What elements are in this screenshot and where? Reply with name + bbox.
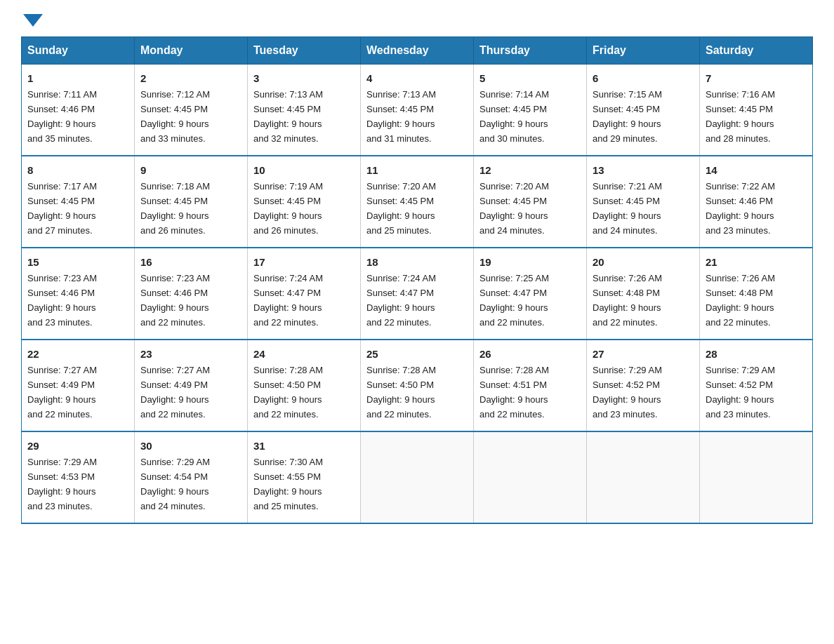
header-friday: Friday xyxy=(587,37,700,65)
day-number: 11 xyxy=(366,162,468,178)
day-info: Sunrise: 7:16 AMSunset: 4:45 PMDaylight:… xyxy=(706,89,775,144)
calendar-cell xyxy=(474,431,587,523)
day-number: 30 xyxy=(140,438,241,454)
calendar-cell: 28Sunrise: 7:29 AMSunset: 4:52 PMDayligh… xyxy=(700,340,813,431)
day-number: 2 xyxy=(140,70,241,86)
day-info: Sunrise: 7:29 AMSunset: 4:52 PMDaylight:… xyxy=(706,365,775,420)
day-number: 10 xyxy=(253,162,355,178)
day-number: 17 xyxy=(253,254,355,270)
calendar-cell: 11Sunrise: 7:20 AMSunset: 4:45 PMDayligh… xyxy=(361,156,474,248)
calendar-cell: 18Sunrise: 7:24 AMSunset: 4:47 PMDayligh… xyxy=(361,248,474,340)
day-info: Sunrise: 7:24 AMSunset: 4:47 PMDaylight:… xyxy=(253,273,323,328)
day-info: Sunrise: 7:19 AMSunset: 4:45 PMDaylight:… xyxy=(253,181,323,236)
calendar-cell: 29Sunrise: 7:29 AMSunset: 4:53 PMDayligh… xyxy=(22,431,135,523)
header-saturday: Saturday xyxy=(700,37,813,65)
day-info: Sunrise: 7:20 AMSunset: 4:45 PMDaylight:… xyxy=(366,181,436,236)
calendar-cell: 17Sunrise: 7:24 AMSunset: 4:47 PMDayligh… xyxy=(248,248,361,340)
day-number: 5 xyxy=(479,70,581,86)
day-info: Sunrise: 7:15 AMSunset: 4:45 PMDaylight:… xyxy=(593,89,662,144)
day-number: 24 xyxy=(253,346,355,362)
calendar-cell: 31Sunrise: 7:30 AMSunset: 4:55 PMDayligh… xyxy=(248,431,361,523)
day-number: 6 xyxy=(593,70,694,86)
day-info: Sunrise: 7:27 AMSunset: 4:49 PMDaylight:… xyxy=(140,365,210,420)
calendar-cell: 13Sunrise: 7:21 AMSunset: 4:45 PMDayligh… xyxy=(587,156,700,248)
header-row: SundayMondayTuesdayWednesdayThursdayFrid… xyxy=(22,37,813,65)
calendar-cell: 30Sunrise: 7:29 AMSunset: 4:54 PMDayligh… xyxy=(135,431,248,523)
calendar-cell: 19Sunrise: 7:25 AMSunset: 4:47 PMDayligh… xyxy=(474,248,587,340)
day-info: Sunrise: 7:29 AMSunset: 4:53 PMDaylight:… xyxy=(27,457,97,511)
day-number: 28 xyxy=(706,346,807,362)
header-monday: Monday xyxy=(135,37,248,65)
calendar-cell: 23Sunrise: 7:27 AMSunset: 4:49 PMDayligh… xyxy=(135,340,248,431)
day-number: 26 xyxy=(479,346,581,362)
day-info: Sunrise: 7:23 AMSunset: 4:46 PMDaylight:… xyxy=(140,273,210,328)
week-row-4: 22Sunrise: 7:27 AMSunset: 4:49 PMDayligh… xyxy=(22,340,813,431)
day-info: Sunrise: 7:21 AMSunset: 4:45 PMDaylight:… xyxy=(593,181,662,236)
day-info: Sunrise: 7:30 AMSunset: 4:55 PMDaylight:… xyxy=(253,457,323,511)
day-info: Sunrise: 7:20 AMSunset: 4:45 PMDaylight:… xyxy=(479,181,549,236)
calendar-cell: 3Sunrise: 7:13 AMSunset: 4:45 PMDaylight… xyxy=(248,65,361,156)
day-number: 7 xyxy=(706,70,807,86)
calendar-cell: 25Sunrise: 7:28 AMSunset: 4:50 PMDayligh… xyxy=(361,340,474,431)
day-number: 18 xyxy=(366,254,468,270)
day-number: 19 xyxy=(479,254,581,270)
day-info: Sunrise: 7:28 AMSunset: 4:50 PMDaylight:… xyxy=(253,365,323,420)
week-row-3: 15Sunrise: 7:23 AMSunset: 4:46 PMDayligh… xyxy=(22,248,813,340)
page-header xyxy=(21,14,813,22)
calendar-cell: 22Sunrise: 7:27 AMSunset: 4:49 PMDayligh… xyxy=(22,340,135,431)
day-info: Sunrise: 7:18 AMSunset: 4:45 PMDaylight:… xyxy=(140,181,210,236)
calendar-cell: 24Sunrise: 7:28 AMSunset: 4:50 PMDayligh… xyxy=(248,340,361,431)
day-info: Sunrise: 7:25 AMSunset: 4:47 PMDaylight:… xyxy=(479,273,549,328)
calendar-cell: 20Sunrise: 7:26 AMSunset: 4:48 PMDayligh… xyxy=(587,248,700,340)
day-info: Sunrise: 7:26 AMSunset: 4:48 PMDaylight:… xyxy=(593,273,662,328)
calendar-cell: 1Sunrise: 7:11 AMSunset: 4:46 PMDaylight… xyxy=(22,65,135,156)
day-info: Sunrise: 7:24 AMSunset: 4:47 PMDaylight:… xyxy=(366,273,436,328)
day-info: Sunrise: 7:29 AMSunset: 4:54 PMDaylight:… xyxy=(140,457,210,511)
day-number: 4 xyxy=(366,70,468,86)
day-info: Sunrise: 7:27 AMSunset: 4:49 PMDaylight:… xyxy=(27,365,97,420)
calendar-cell: 7Sunrise: 7:16 AMSunset: 4:45 PMDaylight… xyxy=(700,65,813,156)
day-number: 31 xyxy=(253,438,355,454)
calendar-cell: 27Sunrise: 7:29 AMSunset: 4:52 PMDayligh… xyxy=(587,340,700,431)
calendar-cell: 9Sunrise: 7:18 AMSunset: 4:45 PMDaylight… xyxy=(135,156,248,248)
day-number: 29 xyxy=(27,438,128,454)
calendar-cell: 2Sunrise: 7:12 AMSunset: 4:45 PMDaylight… xyxy=(135,65,248,156)
day-number: 15 xyxy=(27,254,128,270)
calendar-cell: 8Sunrise: 7:17 AMSunset: 4:45 PMDaylight… xyxy=(22,156,135,248)
week-row-1: 1Sunrise: 7:11 AMSunset: 4:46 PMDaylight… xyxy=(22,65,813,156)
day-number: 25 xyxy=(366,346,468,362)
calendar-cell: 5Sunrise: 7:14 AMSunset: 4:45 PMDaylight… xyxy=(474,65,587,156)
day-number: 8 xyxy=(27,162,128,178)
day-number: 12 xyxy=(479,162,581,178)
day-info: Sunrise: 7:28 AMSunset: 4:50 PMDaylight:… xyxy=(366,365,436,420)
day-number: 27 xyxy=(593,346,694,362)
day-number: 9 xyxy=(140,162,241,178)
logo-arrow-icon xyxy=(23,14,43,27)
day-info: Sunrise: 7:11 AMSunset: 4:46 PMDaylight:… xyxy=(27,89,97,144)
day-number: 13 xyxy=(593,162,694,178)
week-row-5: 29Sunrise: 7:29 AMSunset: 4:53 PMDayligh… xyxy=(22,431,813,523)
day-info: Sunrise: 7:13 AMSunset: 4:45 PMDaylight:… xyxy=(366,89,436,144)
day-number: 3 xyxy=(253,70,355,86)
calendar-cell xyxy=(700,431,813,523)
day-info: Sunrise: 7:12 AMSunset: 4:45 PMDaylight:… xyxy=(140,89,210,144)
header-sunday: Sunday xyxy=(22,37,135,65)
calendar-cell: 15Sunrise: 7:23 AMSunset: 4:46 PMDayligh… xyxy=(22,248,135,340)
header-thursday: Thursday xyxy=(474,37,587,65)
week-row-2: 8Sunrise: 7:17 AMSunset: 4:45 PMDaylight… xyxy=(22,156,813,248)
day-number: 14 xyxy=(706,162,807,178)
calendar-header: SundayMondayTuesdayWednesdayThursdayFrid… xyxy=(22,37,813,65)
day-number: 21 xyxy=(706,254,807,270)
day-info: Sunrise: 7:17 AMSunset: 4:45 PMDaylight:… xyxy=(27,181,97,236)
day-info: Sunrise: 7:29 AMSunset: 4:52 PMDaylight:… xyxy=(593,365,662,420)
calendar-cell: 4Sunrise: 7:13 AMSunset: 4:45 PMDaylight… xyxy=(361,65,474,156)
day-info: Sunrise: 7:14 AMSunset: 4:45 PMDaylight:… xyxy=(479,89,549,144)
calendar-cell: 6Sunrise: 7:15 AMSunset: 4:45 PMDaylight… xyxy=(587,65,700,156)
day-number: 20 xyxy=(593,254,694,270)
calendar-cell xyxy=(587,431,700,523)
calendar-cell: 10Sunrise: 7:19 AMSunset: 4:45 PMDayligh… xyxy=(248,156,361,248)
day-info: Sunrise: 7:26 AMSunset: 4:48 PMDaylight:… xyxy=(706,273,775,328)
calendar-cell xyxy=(361,431,474,523)
header-wednesday: Wednesday xyxy=(361,37,474,65)
calendar-cell: 26Sunrise: 7:28 AMSunset: 4:51 PMDayligh… xyxy=(474,340,587,431)
